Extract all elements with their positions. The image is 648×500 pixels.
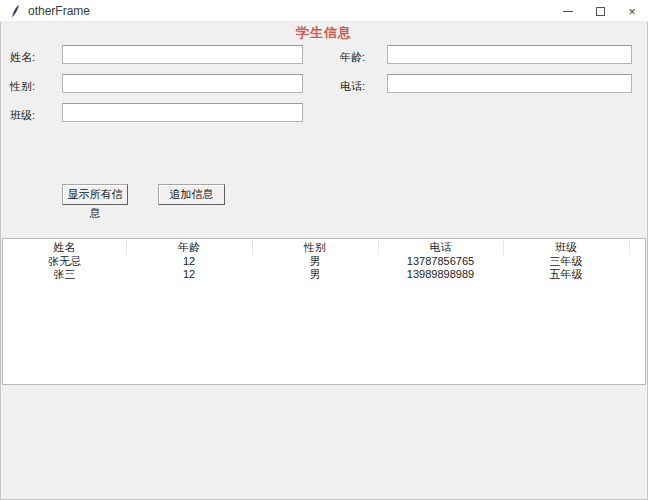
gender-field[interactable] [62,74,303,93]
window-title: otherFrame [28,4,90,18]
cell-gender: 男 [252,268,378,281]
column-header-gender[interactable]: 性别 [252,239,378,255]
page-title: 学生信息 [0,24,648,42]
name-label: 姓名: [10,50,35,65]
column-header-filler [629,239,645,255]
column-header-phone[interactable]: 电话 [378,239,503,255]
append-info-button[interactable]: 追加信息 [158,184,225,205]
column-header-name[interactable]: 姓名 [3,239,126,255]
tk-feather-icon [8,4,22,18]
maximize-icon [596,7,605,16]
table-row[interactable]: 张无忌 12 男 13787856765 三年级 [3,255,645,268]
name-field[interactable] [62,45,303,64]
cell-class: 三年级 [503,255,629,268]
cell-gender: 男 [252,255,378,268]
close-icon: × [628,5,636,18]
age-label: 年龄: [340,50,365,65]
student-table: 姓名 年龄 性别 电话 班级 张无忌 12 男 13787856765 三年级 [2,238,646,385]
phone-label: 电话: [340,79,365,94]
column-header-class[interactable]: 班级 [503,239,629,255]
cell-name: 张无忌 [3,255,126,268]
class-field[interactable] [62,103,303,122]
cell-age: 12 [126,268,252,281]
cell-class: 五年级 [503,268,629,281]
column-header-age[interactable]: 年龄 [126,239,252,255]
table-row[interactable]: 张三 12 男 13989898989 五年级 [3,268,645,281]
show-all-info-button[interactable]: 显示所有信息 [62,184,128,205]
minimize-icon [563,11,573,12]
age-field[interactable] [387,45,632,64]
maximize-button[interactable] [584,0,616,22]
cell-age: 12 [126,255,252,268]
titlebar[interactable]: otherFrame × [0,0,648,22]
phone-field[interactable] [387,74,632,93]
table-header-row: 姓名 年龄 性别 电话 班级 [3,239,645,255]
window-controls: × [552,0,648,22]
class-label: 班级: [10,108,35,123]
cell-phone: 13787856765 [378,255,503,268]
app-window: otherFrame × 学生信息 姓名: 年龄: 性别: 电话: 班级: 显示… [0,0,648,500]
minimize-button[interactable] [552,0,584,22]
cell-name: 张三 [3,268,126,281]
gender-label: 性别: [10,79,35,94]
close-button[interactable]: × [616,0,648,22]
cell-phone: 13989898989 [378,268,503,281]
